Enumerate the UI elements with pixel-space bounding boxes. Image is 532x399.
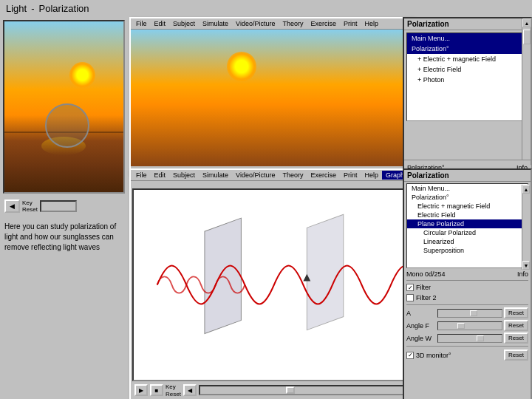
filter1-label: Filter [416,284,431,291]
window-title: Polarization [39,3,89,14]
mode-row: Mono 0d/254 Info [404,270,531,279]
param-A-thumb [470,310,477,316]
main-edit[interactable]: Edit [151,171,170,180]
main-slider-thumb [286,386,295,394]
play-btn[interactable]: ▶ [134,384,148,396]
reset-label-small: Reset [22,206,38,213]
param-W-label: Angle W [406,335,436,342]
param-W-row: Angle W Reset [404,332,531,344]
submenu-electric[interactable]: Electric Field [407,211,528,219]
main-file[interactable]: File [132,171,151,180]
top-canvas [131,30,412,166]
panel-right-top: Polarization Main Menu... Polarization° … [403,17,532,176]
main-theory[interactable]: Theory [279,171,307,180]
title-separator: - [31,3,34,14]
menu-print[interactable]: Print [340,19,361,28]
scrollbar-top: ▲ ▼ [522,18,531,174]
menu-file[interactable]: File [132,19,151,28]
param-W-reset[interactable]: Reset [504,332,528,344]
menu-exercise[interactable]: Exercise [307,19,340,28]
panel-right-main: Polarization Main Menu... Polarization° … [403,168,532,399]
checkbox-3d-label: 3D monitor° [416,352,451,359]
main-menu-btn[interactable]: Main Menu... [407,184,528,193]
play-labels: Key Reset [166,383,181,398]
filter2-checkbox[interactable] [406,294,414,301]
main-simulate[interactable]: Simulate [199,171,232,180]
right-area: File Edit Subject Simulate Video/Picture… [129,17,532,399]
panel-scrollbar: ▲ ▼ [522,185,531,270]
separator-3 [406,346,528,347]
scrollbar-thumb-top[interactable] [523,30,531,44]
step-back-btn[interactable]: ◀ [183,384,197,396]
main-print[interactable]: Print [340,171,361,180]
menu-edit[interactable]: Edit [151,19,170,28]
param-A-label: A [406,310,436,317]
filter-circle [45,103,89,148]
main-slider[interactable] [199,385,417,395]
param-W-thumb [477,335,484,341]
top-menu-bar: File Edit Subject Simulate Video/Picture… [131,18,412,30]
svg-rect-2 [307,214,343,330]
submenu-super[interactable]: Superposition [407,246,528,255]
submenu-em-field[interactable]: Electric + magnetic Field [407,202,528,211]
param-F-slider[interactable] [437,321,502,330]
sun-image [227,52,256,81]
panel-scroll-up[interactable]: ▲ [522,185,530,194]
menu-video[interactable]: Video/Picture [232,19,279,28]
filter1-checkbox[interactable]: ✓ [406,284,414,291]
param-F-label: Angle F [406,322,436,330]
submenu-linear[interactable]: Linearized [407,237,528,246]
info-label-main[interactable]: Info [517,270,528,278]
scrollbar-up-top[interactable]: ▲ [522,18,531,27]
main-exercise[interactable]: Exercise [307,171,340,180]
left-panel: ◀ Key Reset Here you can study polarizat… [0,17,129,399]
arrow-left-btn[interactable]: ◀ [4,200,20,213]
mode-label: Mono 0d/254 [406,270,446,278]
window-top: File Edit Subject Simulate Video/Picture… [129,17,414,176]
main-menu-btn-top[interactable]: Main Menu... [407,33,528,44]
menu-theory[interactable]: Theory [279,19,307,28]
separator-1 [406,280,528,281]
filter2-row: Filter 2 [404,293,531,303]
filter2-label: Filter 2 [416,294,437,301]
submenu-plane[interactable]: Plane Polarized [407,219,528,228]
main-area: ◀ Key Reset Here you can study polarizat… [0,17,532,399]
stop-btn[interactable]: ■ [150,384,163,396]
photo-area [3,20,125,194]
menu-polarization-top[interactable]: Polarization° [407,44,528,54]
param-A-reset[interactable]: Reset [504,307,528,318]
menu-subject[interactable]: Subject [169,19,199,28]
svg-rect-1 [205,218,241,333]
checkbox-3d[interactable]: ✓ [406,352,414,359]
key-reset-labels: Key Reset [22,200,38,213]
panel-scroll-down[interactable]: ▼ [522,261,530,270]
separator-2 [406,304,528,305]
checkbox-3d-row: ✓ 3D monitor° Reset [404,348,531,362]
photo-slider[interactable] [40,200,77,212]
description-text: Here you can study polarization of light… [3,219,126,256]
param-F-thumb [457,323,465,329]
menu-help[interactable]: Help [361,19,383,28]
menu-simulate[interactable]: Simulate [199,19,232,28]
panel-title-top: Polarization [404,18,531,30]
menu-electric-field-top[interactable]: + Electric Field [407,64,528,75]
app-name: Light [6,3,27,14]
key-label-main: Key [166,383,181,390]
param-A-row: A Reset [404,307,531,319]
top-menu-list: Main Menu... Polarization° + Electric + … [406,33,528,121]
param-A-slider[interactable] [437,309,502,318]
param-F-reset[interactable]: Reset [504,320,528,331]
menu-photon-top[interactable]: + Photon [407,75,528,85]
reset-3d-btn[interactable]: Reset [504,349,528,361]
main-subject[interactable]: Subject [169,171,199,180]
submenu-circular[interactable]: Circular Polarized [407,228,528,237]
param-F-row: Angle F Reset [404,319,531,332]
title-bar: Light - Polarization [0,0,532,17]
main-help[interactable]: Help [361,171,383,180]
menu-em-field-top[interactable]: + Electric + magnetic Field [407,54,528,64]
main-video[interactable]: Video/Picture [232,171,279,180]
submenu-polarization[interactable]: Polarization° [407,193,528,202]
filter1-row: ✓ Filter [404,282,531,293]
param-W-slider[interactable] [437,334,502,343]
photo-controls: ◀ Key Reset [3,198,126,214]
